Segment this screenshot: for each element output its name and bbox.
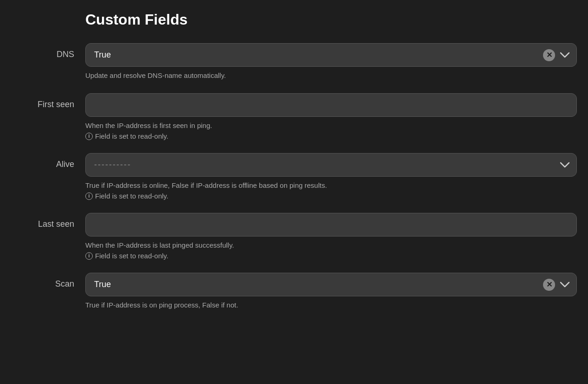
dns-chevron-icon[interactable]: [560, 52, 570, 58]
last-seen-description: When the IP-address is last pinged succe…: [85, 240, 577, 250]
last-seen-input: [85, 213, 577, 237]
field-label-last-seen: Last seen: [11, 213, 85, 229]
field-content-first-seen: When the IP-address is first seen in pin…: [85, 93, 577, 140]
alive-readonly-text: Field is set to read-only.: [95, 192, 168, 200]
alive-chevron-icon[interactable]: [560, 162, 570, 168]
scan-select-icons: ✕: [543, 279, 570, 291]
field-input-wrapper-alive: ----------: [85, 153, 577, 177]
scan-select[interactable]: True ✕: [85, 273, 577, 296]
alive-info-icon: i: [85, 192, 93, 200]
page-title: Custom Fields: [85, 11, 577, 28]
field-input-wrapper-last-seen: [85, 213, 577, 237]
alive-description: True if IP-address is online, False if I…: [85, 180, 577, 190]
scan-chevron-icon[interactable]: [560, 282, 570, 288]
first-seen-readonly-text: Field is set to read-only.: [95, 132, 168, 140]
field-row-alive: Alive ---------- True if IP-address is o…: [11, 153, 577, 200]
dns-description: Update and resolve DNS-name automaticall…: [85, 70, 577, 80]
last-seen-readonly-text: Field is set to read-only.: [95, 252, 168, 260]
field-input-wrapper-first-seen: [85, 93, 577, 117]
dns-select[interactable]: True ✕: [85, 43, 577, 67]
dns-clear-icon[interactable]: ✕: [543, 49, 555, 61]
first-seen-readonly-notice: i Field is set to read-only.: [85, 132, 577, 140]
scan-select-value: True: [94, 280, 111, 289]
field-content-alive: ---------- True if IP-address is online,…: [85, 153, 577, 200]
last-seen-readonly-notice: i Field is set to read-only.: [85, 252, 577, 260]
field-label-dns: DNS: [11, 43, 85, 59]
scan-clear-icon[interactable]: ✕: [543, 279, 555, 291]
alive-select-icons: [560, 162, 570, 168]
custom-fields-container: DNS True ✕ Update and resolve DNS-name a: [11, 43, 577, 323]
field-label-first-seen: First seen: [11, 93, 85, 109]
field-row-last-seen: Last seen When the IP-address is last pi…: [11, 213, 577, 260]
alive-readonly-notice: i Field is set to read-only.: [85, 192, 577, 200]
field-label-scan: Scan: [11, 273, 85, 289]
field-input-wrapper-scan: True ✕: [85, 273, 577, 296]
first-seen-info-icon: i: [85, 133, 93, 140]
field-row-dns: DNS True ✕ Update and resolve DNS-name a: [11, 43, 577, 80]
dns-select-value: True: [94, 50, 111, 60]
field-row-scan: Scan True ✕ True if IP-address is on pin: [11, 273, 577, 310]
last-seen-info-icon: i: [85, 252, 93, 260]
field-input-wrapper-dns: True ✕: [85, 43, 577, 67]
field-content-scan: True ✕ True if IP-address is on ping pro…: [85, 273, 577, 310]
field-label-alive: Alive: [11, 153, 85, 169]
first-seen-input: [85, 93, 577, 117]
dns-select-icons: ✕: [543, 49, 570, 61]
alive-select-value: ----------: [94, 160, 131, 170]
scan-description: True if IP-address is on ping process, F…: [85, 300, 577, 310]
first-seen-description: When the IP-address is first seen in pin…: [85, 121, 577, 130]
field-row-first-seen: First seen When the IP-address is first …: [11, 93, 577, 140]
field-content-dns: True ✕ Update and resolve DNS-name autom…: [85, 43, 577, 80]
alive-select[interactable]: ----------: [85, 153, 577, 177]
field-content-last-seen: When the IP-address is last pinged succe…: [85, 213, 577, 260]
